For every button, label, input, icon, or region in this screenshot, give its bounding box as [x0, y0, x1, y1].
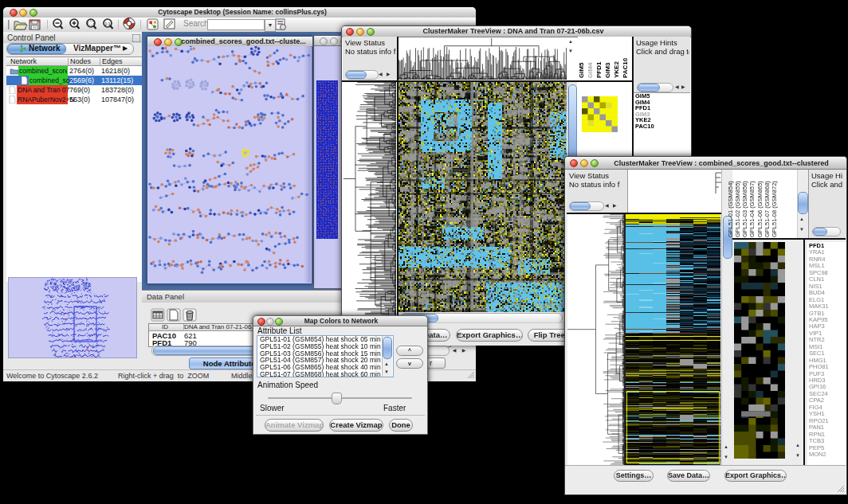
svg-text:1:1: 1:1: [105, 21, 111, 26]
